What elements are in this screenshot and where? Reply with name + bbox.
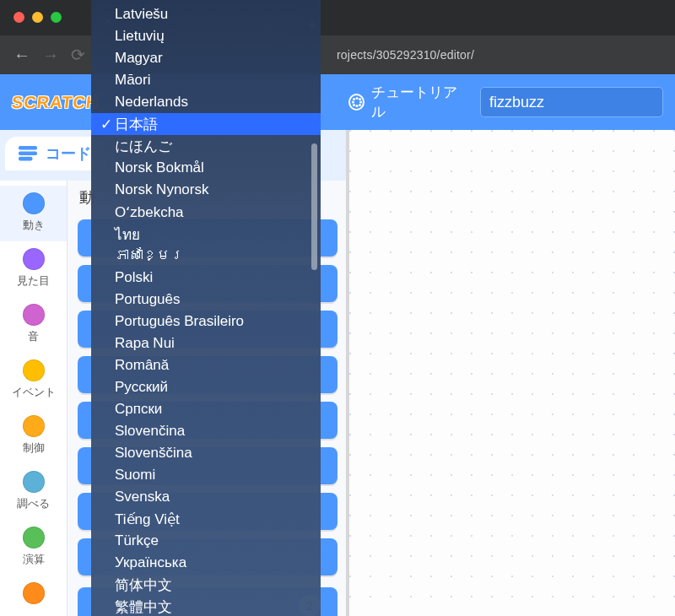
category-label: 制御	[23, 440, 45, 456]
category-item[interactable]: 演算	[0, 520, 67, 575]
language-item[interactable]: Suomi	[91, 464, 321, 486]
lightbulb-icon	[348, 94, 364, 111]
svg-rect-1	[19, 151, 37, 155]
workspace[interactable]	[346, 130, 675, 616]
language-item[interactable]: Magyar	[91, 47, 321, 69]
language-item[interactable]: Lietuvių	[91, 25, 321, 47]
category-label: 調べる	[17, 496, 50, 511]
category-color-icon	[23, 192, 45, 214]
reload-button[interactable]: ⟳	[71, 45, 85, 65]
project-name-input[interactable]: fizzbuzz	[480, 87, 663, 117]
language-label: Português Brasileiro	[115, 313, 244, 330]
language-label: ไทย	[115, 223, 140, 246]
category-color-icon	[23, 304, 45, 326]
language-item[interactable]: 繁體中文	[91, 596, 321, 616]
window-controls	[14, 12, 62, 23]
category-palette: 動き見た目音イベント制御調べる演算	[0, 181, 68, 616]
language-item[interactable]: Português Brasileiro	[91, 311, 321, 332]
back-button[interactable]: ←	[14, 46, 30, 65]
language-label: にほんご	[115, 137, 172, 156]
language-item[interactable]: Nederlands	[91, 91, 321, 113]
check-icon: ✓	[98, 116, 115, 133]
language-item[interactable]: Slovenčina	[91, 420, 321, 442]
category-label: 演算	[23, 552, 45, 567]
language-item[interactable]: Māori	[91, 69, 321, 91]
category-label: 見た目	[17, 273, 50, 289]
language-item[interactable]: Latviešu	[91, 3, 321, 25]
tab-code-label: コード	[46, 143, 91, 164]
language-item[interactable]: ไทย	[91, 223, 321, 245]
language-label: ភាសាខ្មែរ	[115, 247, 184, 264]
language-label: Latviešu	[115, 6, 168, 23]
language-item[interactable]: Norsk Nynorsk	[91, 179, 321, 201]
category-color-icon	[23, 415, 45, 437]
language-label: Português	[115, 291, 181, 308]
language-item[interactable]: ភាសាខ្មែរ	[91, 245, 321, 267]
category-color-icon	[23, 527, 45, 548]
language-label: Српски	[115, 401, 162, 418]
language-label: Rapa Nui	[115, 335, 175, 352]
language-item[interactable]: にほんご	[91, 135, 321, 157]
language-label: Slovenščina	[115, 445, 192, 462]
language-item[interactable]: Română	[91, 354, 321, 376]
category-label: 動き	[23, 218, 45, 233]
project-name-value: fizzbuzz	[489, 94, 544, 111]
close-window-button[interactable]	[14, 12, 24, 23]
category-item[interactable]: 音	[0, 297, 67, 353]
language-item[interactable]: Oʻzbekcha	[91, 201, 321, 223]
category-item[interactable]	[0, 575, 67, 616]
tab-code[interactable]: コード	[5, 137, 105, 170]
language-label: Nederlands	[115, 94, 188, 111]
code-icon	[19, 146, 37, 161]
language-menu[interactable]: LatviešuLietuviųMagyarMāoriNederlands✓日本…	[91, 0, 321, 616]
tutorials-button[interactable]: チュートリアル	[348, 83, 465, 122]
language-item[interactable]: Norsk Bokmål	[91, 157, 321, 179]
language-item[interactable]: Türkçe	[91, 530, 321, 552]
category-label: イベント	[12, 385, 56, 400]
language-label: Norsk Nynorsk	[115, 181, 208, 198]
language-item[interactable]: Português	[91, 289, 321, 311]
language-label: Română	[115, 357, 169, 374]
category-item[interactable]: 制御	[0, 408, 67, 464]
language-item[interactable]: Polski	[91, 267, 321, 289]
category-color-icon	[23, 359, 45, 381]
category-color-icon	[23, 248, 45, 270]
language-item[interactable]: Русский	[91, 376, 321, 398]
language-label: 繁體中文	[115, 597, 172, 617]
language-label: Svenska	[115, 489, 170, 505]
language-item[interactable]: ✓日本語	[91, 113, 321, 135]
language-label: Polski	[115, 269, 153, 286]
forward-button[interactable]: →	[42, 46, 59, 65]
address-bar-fragment[interactable]: rojects/305292310/editor/	[337, 48, 474, 62]
language-label: 日本語	[115, 115, 158, 134]
scrollbar-thumb[interactable]	[311, 143, 317, 270]
category-item[interactable]: 動き	[0, 186, 67, 241]
scratch-logo[interactable]: SCRATCH	[11, 93, 100, 112]
language-item[interactable]: Slovenščina	[91, 442, 321, 464]
language-item[interactable]: Rapa Nui	[91, 332, 321, 354]
language-item[interactable]: 简体中文	[91, 574, 321, 596]
language-label: Norsk Bokmål	[115, 159, 204, 176]
language-item[interactable]: Svenska	[91, 486, 321, 508]
language-label: Suomi	[115, 467, 155, 484]
language-label: Māori	[115, 72, 151, 89]
tutorials-label: チュートリアル	[371, 83, 465, 122]
language-label: Magyar	[115, 50, 163, 67]
category-item[interactable]: 見た目	[0, 241, 67, 297]
svg-rect-2	[19, 157, 32, 161]
language-label: Українська	[115, 554, 186, 571]
language-item[interactable]: Српски	[91, 398, 321, 420]
language-item[interactable]: Українська	[91, 552, 321, 574]
category-color-icon	[23, 471, 45, 493]
category-item[interactable]: 調べる	[0, 464, 67, 520]
zoom-window-button[interactable]	[51, 12, 62, 23]
language-label: Tiếng Việt	[115, 511, 180, 528]
minimize-window-button[interactable]	[32, 12, 43, 23]
category-item[interactable]: イベント	[0, 353, 67, 408]
category-label: 音	[28, 329, 39, 344]
language-item[interactable]: Tiếng Việt	[91, 508, 321, 530]
language-label: Lietuvių	[115, 28, 165, 45]
svg-rect-0	[19, 146, 37, 150]
language-label: 简体中文	[115, 575, 172, 595]
category-color-icon	[23, 582, 45, 604]
